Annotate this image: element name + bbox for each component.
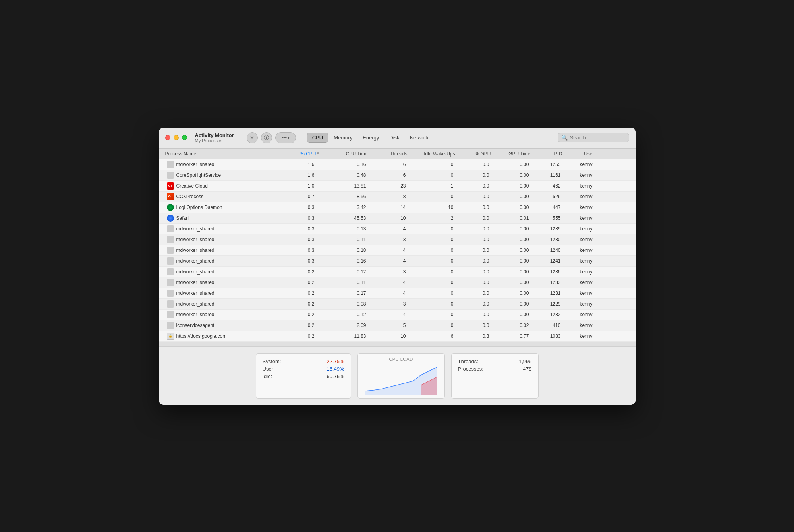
- table-row[interactable]: mdworker_shared 0.3 0.18 4 0 0.0 0.00 12…: [159, 245, 636, 256]
- cell-process-name: 🔒 https://docs.google.com: [165, 332, 280, 340]
- cpu-load-chart: [365, 363, 437, 395]
- table-row[interactable]: iconservicesagent 0.2 2.09 5 0 0.0 0.02 …: [159, 320, 636, 331]
- stop-button[interactable]: ✕: [247, 132, 258, 143]
- cell-pid: 1241: [531, 258, 562, 264]
- cell-empty: [316, 196, 328, 197]
- table-row[interactable]: mdworker_shared 0.2 0.08 3 0 0.0 0.00 12…: [159, 299, 636, 310]
- app-subtitle: My Processes: [195, 138, 234, 143]
- table-row[interactable]: mdworker_shared 0.2 0.17 4 0 0.0 0.00 12…: [159, 288, 636, 299]
- col-sort-arrow: ▼: [316, 151, 328, 157]
- cell-gpu-percent: 0.0: [455, 172, 491, 178]
- col-cpu-time[interactable]: CPU Time: [328, 151, 368, 157]
- cell-idle-wakeups: 0: [408, 269, 455, 275]
- table-row[interactable]: Safari 0.3 45.53 10 2 0.0 0.01 555 kenny: [159, 213, 636, 224]
- cell-cpu-percent: 0.3: [280, 204, 316, 211]
- process-icon: [167, 247, 174, 254]
- table-row[interactable]: mdworker_shared 0.3 0.13 4 0 0.0 0.00 12…: [159, 224, 636, 234]
- col-gpu-time[interactable]: GPU Time: [491, 151, 531, 157]
- cell-gpu-percent: 0.0: [455, 215, 491, 221]
- col-cpu-percent[interactable]: % CPU: [280, 151, 316, 157]
- tab-disk[interactable]: Disk: [384, 133, 404, 142]
- process-name-text: mdworker_shared: [176, 312, 214, 317]
- cell-process-name: mdworker_shared: [165, 300, 280, 308]
- info-button[interactable]: ⓘ: [261, 132, 272, 143]
- cell-user: kenny: [562, 226, 594, 232]
- table-row[interactable]: mdworker_shared 1.6 0.16 6 0 0.0 0.00 12…: [159, 159, 636, 170]
- cell-threads: 3: [368, 236, 408, 243]
- cell-empty: [316, 304, 328, 304]
- cell-gpu-time: 0.00: [491, 258, 531, 264]
- cell-cpu-percent: 0.3: [280, 247, 316, 253]
- cell-cpu-percent: 0.2: [280, 301, 316, 307]
- close-button[interactable]: [165, 135, 170, 140]
- cell-gpu-percent: 0.0: [455, 301, 491, 307]
- table-row[interactable]: Cc CCXProcess 0.7 8.56 18 0 0.0 0.00 526…: [159, 192, 636, 202]
- cell-cpu-percent: 0.2: [280, 322, 316, 329]
- cell-cpu-percent: 1.6: [280, 172, 316, 178]
- table-row[interactable]: mdworker_shared 0.2 0.12 4 0 0.0 0.00 12…: [159, 310, 636, 320]
- search-box[interactable]: 🔍: [558, 133, 629, 142]
- table-row[interactable]: mdworker_shared 0.2 0.11 4 0 0.0 0.00 12…: [159, 277, 636, 288]
- process-name-text: mdworker_shared: [176, 237, 214, 242]
- table-row[interactable]: mdworker_shared 0.2 0.12 3 0 0.0 0.00 12…: [159, 267, 636, 277]
- tab-memory[interactable]: Memory: [329, 133, 357, 142]
- cell-idle-wakeups: 2: [408, 215, 455, 221]
- cell-gpu-percent: 0.0: [455, 161, 491, 168]
- maximize-button[interactable]: [182, 135, 187, 140]
- process-name-text: mdworker_shared: [176, 162, 214, 167]
- processes-stat-row: Processes: 478: [458, 366, 532, 372]
- cell-pid: 526: [531, 193, 562, 200]
- system-label: System:: [263, 358, 281, 364]
- cell-user: kenny: [562, 322, 594, 329]
- traffic-lights: [165, 135, 187, 140]
- cell-user: kenny: [562, 269, 594, 275]
- process-name-text: mdworker_shared: [176, 258, 214, 264]
- cell-process-name: CoreSpotlightService: [165, 171, 280, 179]
- cell-gpu-percent: 0.0: [455, 279, 491, 286]
- col-idle-wakeups[interactable]: Idle Wake-Ups: [408, 151, 455, 157]
- tab-network[interactable]: Network: [405, 133, 434, 142]
- table-row[interactable]: mdworker_shared 0.3 0.16 4 0 0.0 0.00 12…: [159, 256, 636, 267]
- col-pid[interactable]: PID: [531, 151, 562, 157]
- process-name-text: iconservicesagent: [176, 323, 214, 328]
- process-icon: [167, 236, 174, 243]
- cell-cpu-time: 0.13: [328, 226, 368, 232]
- titlebar: Activity Monitor My Processes ✕ ⓘ ••• ▾ …: [159, 128, 636, 149]
- cell-gpu-time: 0.00: [491, 247, 531, 253]
- table-row[interactable]: CoreSpotlightService 1.6 0.48 6 0 0.0 0.…: [159, 170, 636, 181]
- cell-process-name: mdworker_shared: [165, 225, 280, 233]
- cell-cpu-percent: 0.7: [280, 193, 316, 200]
- col-threads[interactable]: Threads: [368, 151, 408, 157]
- cell-idle-wakeups: 0: [408, 226, 455, 232]
- cell-gpu-percent: 0.0: [455, 290, 491, 296]
- cell-process-name: mdworker_shared: [165, 246, 280, 254]
- cell-user: kenny: [562, 183, 594, 189]
- table-row[interactable]: 🔒 https://docs.google.com 0.2 11.83 10 6…: [159, 331, 636, 342]
- cpu-load-label: CPU LOAD: [389, 357, 413, 362]
- col-user[interactable]: User: [562, 151, 594, 157]
- col-process-name[interactable]: Process Name: [165, 151, 280, 157]
- table-row[interactable]: mdworker_shared 0.3 0.11 3 0 0.0 0.00 12…: [159, 234, 636, 245]
- minimize-button[interactable]: [174, 135, 179, 140]
- cell-gpu-time: 0.00: [491, 193, 531, 200]
- cell-threads: 4: [368, 258, 408, 264]
- processes-value: 478: [523, 366, 532, 372]
- search-input[interactable]: [570, 135, 626, 141]
- cell-threads: 4: [368, 226, 408, 232]
- threads-stat-row: Threads: 1,996: [458, 358, 532, 364]
- col-gpu-percent[interactable]: % GPU: [455, 151, 491, 157]
- table-row[interactable]: Logi Options Daemon 0.3 3.42 14 10 0.0 0…: [159, 202, 636, 213]
- app-info: Activity Monitor My Processes: [195, 132, 234, 143]
- cell-process-name: Cc Creative Cloud: [165, 182, 280, 190]
- process-table[interactable]: mdworker_shared 1.6 0.16 6 0 0.0 0.00 12…: [159, 159, 636, 342]
- cell-empty: [316, 228, 328, 229]
- cell-idle-wakeups: 0: [408, 311, 455, 318]
- cell-cpu-percent: 0.2: [280, 290, 316, 296]
- cell-cpu-time: 0.12: [328, 269, 368, 275]
- horizontal-scrollbar[interactable]: [159, 342, 636, 346]
- tab-energy[interactable]: Energy: [358, 133, 384, 142]
- tab-cpu[interactable]: CPU: [307, 133, 328, 143]
- cell-user: kenny: [562, 279, 594, 286]
- table-row[interactable]: Cc Creative Cloud 1.0 13.81 23 1 0.0 0.0…: [159, 181, 636, 192]
- more-button[interactable]: ••• ▾: [275, 132, 296, 143]
